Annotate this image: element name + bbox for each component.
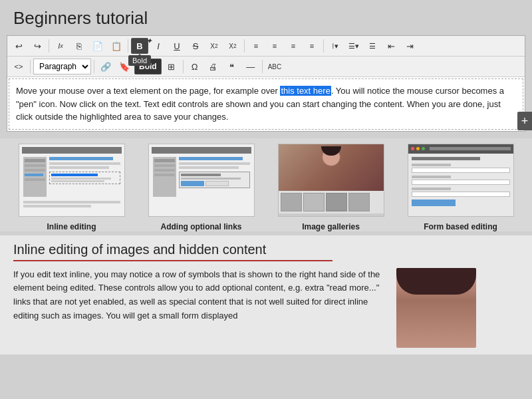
- add-content-button[interactable]: +: [517, 112, 532, 130]
- copy-button[interactable]: ⎘: [70, 38, 88, 54]
- divider3: [244, 39, 245, 53]
- source-button[interactable]: <>: [10, 59, 27, 74]
- thumb-sidebar: [23, 157, 47, 197]
- thumb-image-inline: [19, 144, 125, 217]
- section-body: If you edit text inline, you may notice …: [13, 268, 519, 348]
- editor-text-before: Move your mouse over a text element on t…: [16, 86, 280, 96]
- align-center-button[interactable]: ≡: [266, 38, 283, 54]
- thumb-caption-links: Adding optional links: [161, 222, 242, 231]
- thumb-caption-form: Form based editing: [424, 222, 497, 231]
- link-button[interactable]: 🔗: [97, 59, 114, 74]
- bold-wrapper: B ✦ Bold: [131, 38, 148, 54]
- print-button[interactable]: 🖨: [205, 59, 222, 74]
- divider2: [128, 39, 128, 53]
- undo-button[interactable]: ↩: [10, 38, 27, 54]
- section-underline: [13, 260, 332, 261]
- line-spacing-button[interactable]: ⁞▾: [327, 38, 344, 54]
- toolbar-row2: <> Paragraph Heading 1 Heading 2 Heading…: [7, 57, 525, 77]
- align-right-button[interactable]: ≡: [285, 38, 302, 54]
- thumb-form-title-bar: [412, 157, 481, 160]
- thumb-gallery-strip: [279, 191, 384, 213]
- strikethrough-button[interactable]: S: [187, 38, 204, 54]
- thumb-header-bar: [22, 147, 122, 154]
- page-wrapper: Beginners tutorial ↩ ↪ Ix ⎘ 📄 📋 B ✦ Bold…: [0, 0, 532, 399]
- align-justify-button[interactable]: ≡: [303, 38, 321, 54]
- superscript-button[interactable]: X2: [224, 38, 241, 54]
- thumb-caption-inline: Inline editing: [47, 222, 96, 231]
- thumb-item-optional-links[interactable]: Adding optional links: [142, 144, 261, 231]
- divider4: [323, 39, 324, 53]
- page-header: Beginners tutorial: [0, 0, 532, 35]
- toolbar-row1: ↩ ↪ Ix ⎘ 📄 📋 B ✦ Bold I U S X2 X2 ≡ ≡: [7, 36, 525, 57]
- section-title: Inline editing of images and hidden cont…: [13, 242, 519, 257]
- editor-content[interactable]: Move your mouse over a text element on t…: [9, 78, 523, 130]
- thumb-image-links: [148, 144, 255, 217]
- list-ol-button[interactable]: ☰: [364, 38, 381, 54]
- outdent-button[interactable]: ⇤: [382, 38, 400, 54]
- section-text: If you edit text inline, you may notice …: [13, 268, 386, 348]
- align-left-button[interactable]: ≡: [247, 38, 265, 54]
- media-button[interactable]: ⊞: [163, 59, 180, 74]
- redo-button[interactable]: ↪: [29, 38, 46, 54]
- thumb-item-form-editing[interactable]: Form based editing: [401, 144, 521, 231]
- divider6: [94, 60, 94, 73]
- divider8: [262, 60, 263, 73]
- italic-button[interactable]: I: [150, 38, 167, 54]
- thumb-image-gallery: [278, 144, 384, 217]
- paste-button[interactable]: 📄: [89, 38, 106, 54]
- thumb-caption-gallery: Image galleries: [302, 222, 360, 231]
- page-title: Beginners tutorial: [13, 8, 519, 29]
- divider: [49, 39, 49, 53]
- format-remove-button[interactable]: Ix: [52, 38, 69, 54]
- bottom-section: Inline editing of images and hidden cont…: [0, 235, 532, 354]
- editor-wrapper: ↩ ↪ Ix ⎘ 📄 📋 B ✦ Bold I U S X2 X2 ≡ ≡: [7, 35, 525, 132]
- underline-button[interactable]: U: [168, 38, 186, 54]
- thumb-item-inline-editing[interactable]: Inline editing: [12, 144, 132, 231]
- paste-plain-button[interactable]: 📋: [108, 38, 125, 54]
- thumb-form-titlebar: [408, 144, 513, 154]
- avatar: [396, 268, 476, 348]
- subscript-button[interactable]: X2: [205, 38, 223, 54]
- thumbnails-section: Inline editing: [0, 138, 532, 231]
- avatar-hair: [396, 268, 476, 295]
- thumb-gallery-photo: [279, 144, 384, 191]
- bold-tooltip: Bold: [128, 55, 151, 66]
- thumb-links-sidebar: [153, 157, 176, 197]
- thumb-links-header: [152, 147, 251, 154]
- thumb-item-image-galleries[interactable]: Image galleries: [271, 144, 391, 231]
- divider7: [183, 60, 184, 73]
- editor-highlight: this text here: [280, 86, 331, 96]
- indent-button[interactable]: ⇥: [401, 38, 418, 54]
- spellcheck-button[interactable]: ABC: [265, 59, 285, 74]
- list-ul-button[interactable]: ☰▾: [345, 38, 362, 54]
- thumb-form-submit-btn: [412, 200, 456, 206]
- hr-button[interactable]: —: [242, 59, 259, 74]
- thumb-image-form: [408, 144, 514, 217]
- thumb-main-content: [49, 157, 120, 197]
- divider5: [30, 60, 31, 73]
- format-select[interactable]: Paragraph Heading 1 Heading 2 Heading 3: [33, 59, 91, 74]
- thumb-links-main: [179, 157, 250, 197]
- blockquote-button[interactable]: ❝: [223, 59, 241, 74]
- special-char-button[interactable]: Ω: [186, 59, 203, 74]
